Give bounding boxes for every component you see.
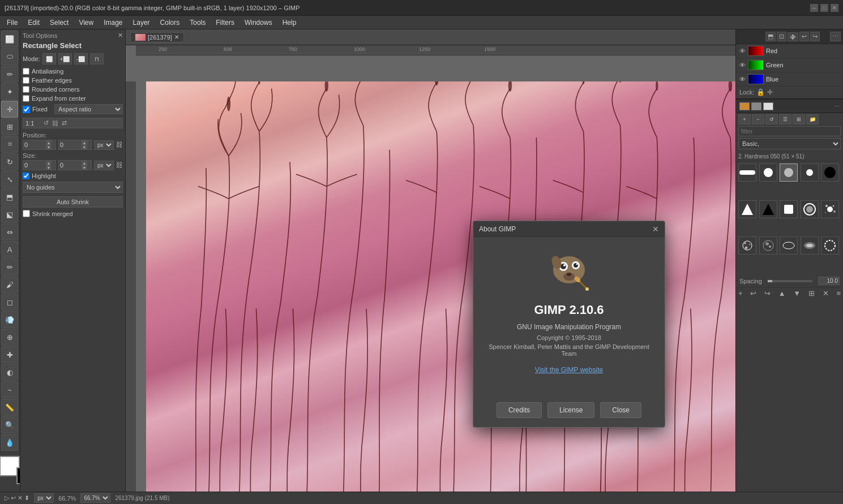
tool-paintbrush[interactable]: 🖌 xyxy=(1,276,18,293)
paths-panel-icon[interactable]: ⛖ xyxy=(788,32,798,41)
highlight-checkbox[interactable] xyxy=(23,173,29,179)
tool-airbrush[interactable]: 💨 xyxy=(1,311,18,328)
brush-item-12[interactable] xyxy=(759,236,777,255)
brush-view-grid-btn[interactable]: ⊞ xyxy=(793,114,805,124)
ratio-swap-icon[interactable]: ⇄ xyxy=(62,119,67,127)
lock-pixels-icon[interactable]: 🔒 xyxy=(756,88,765,96)
gimp-website-link[interactable]: Visit the GIMP website xyxy=(485,366,653,374)
ratio-reset-icon[interactable]: ↺ xyxy=(44,119,49,127)
spacing-bar[interactable] xyxy=(768,280,812,282)
menu-image[interactable]: Image xyxy=(99,18,127,28)
undo-icon[interactable]: ↩ xyxy=(799,32,809,41)
brush-add-btn[interactable]: + xyxy=(738,114,751,124)
position-unit-select[interactable]: px xyxy=(94,140,114,150)
auto-shrink-button[interactable]: Auto Shrink xyxy=(23,196,123,208)
layers-panel-icon[interactable]: ⬒ xyxy=(765,32,776,41)
brush-item-13[interactable] xyxy=(780,236,798,255)
fixed-select[interactable]: Aspect ratio xyxy=(54,104,123,114)
pos-y-input[interactable] xyxy=(59,141,82,149)
tool-measure[interactable]: 📏 xyxy=(1,399,18,416)
size-w-up[interactable]: ▲ xyxy=(46,161,52,165)
canvas-tab-item[interactable]: [261379] ✕ xyxy=(130,32,184,42)
close-window-button[interactable]: ✕ xyxy=(831,4,838,12)
brush-swatch-gray[interactable] xyxy=(751,102,761,110)
size-h-input[interactable] xyxy=(59,161,82,169)
pos-x-up[interactable]: ▲ xyxy=(46,140,52,145)
guides-select[interactable]: No guides xyxy=(23,182,123,193)
brushes-undo-icon[interactable]: ↩ xyxy=(750,289,756,298)
tool-move[interactable]: ✛ xyxy=(1,101,18,118)
tool-smudge[interactable]: ~ xyxy=(1,381,18,398)
brush-open-btn[interactable]: 📁 xyxy=(806,114,819,124)
status-icon-1[interactable]: ▷ xyxy=(5,494,9,501)
channel-eye-red[interactable]: 👁 xyxy=(739,48,746,54)
credits-button[interactable]: Credits xyxy=(497,402,542,418)
channel-eye-green[interactable]: 👁 xyxy=(739,62,746,68)
size-w-input[interactable] xyxy=(23,161,46,169)
spacing-value-input[interactable] xyxy=(818,277,840,285)
tool-shear[interactable]: ⬒ xyxy=(1,188,18,205)
brushes-panel-menu[interactable]: ⋯ xyxy=(834,103,840,109)
brush-item-2[interactable] xyxy=(759,163,777,182)
channel-row-green[interactable]: 👁 Green xyxy=(736,58,843,72)
brush-swatch-orange[interactable] xyxy=(739,102,750,110)
brushes-down-icon[interactable]: ▼ xyxy=(793,289,801,298)
size-chain-icon[interactable]: ⛓ xyxy=(116,161,123,169)
brush-item-6[interactable] xyxy=(738,200,756,218)
size-h-up[interactable]: ▲ xyxy=(82,161,87,165)
pos-y-up[interactable]: ▲ xyxy=(82,140,87,145)
channel-eye-blue[interactable]: 👁 xyxy=(739,76,746,83)
brush-refresh-btn[interactable]: ↺ xyxy=(765,114,778,124)
brush-item-4[interactable] xyxy=(801,163,819,182)
lock-position-icon[interactable]: ✛ xyxy=(767,88,773,96)
brush-item-8[interactable] xyxy=(780,200,798,218)
brush-item-5[interactable] xyxy=(821,163,839,182)
fixed-checkbox[interactable] xyxy=(23,106,30,113)
license-button[interactable]: License xyxy=(547,402,594,418)
brushes-delete-icon[interactable]: ✕ xyxy=(823,289,829,298)
tool-heal[interactable]: ✚ xyxy=(1,346,18,363)
tool-flip[interactable]: ⇔ xyxy=(1,223,18,240)
status-icon-2[interactable]: ↩ xyxy=(11,494,16,501)
unit-select-status[interactable]: px xyxy=(34,493,54,503)
brush-item-14[interactable] xyxy=(801,236,819,255)
mode-subtract[interactable]: -⬜ xyxy=(74,53,88,64)
brush-filter-input[interactable] xyxy=(738,126,841,136)
pos-x-down[interactable]: ▼ xyxy=(46,145,52,149)
menu-colors[interactable]: Colors xyxy=(156,18,185,28)
tool-align[interactable]: ⊞ xyxy=(1,118,18,135)
brushes-new-icon[interactable]: + xyxy=(738,289,743,298)
zoom-select[interactable]: 66.7% xyxy=(80,493,110,503)
tool-crop[interactable]: ⌗ xyxy=(1,136,18,153)
tool-color-picker[interactable]: 💧 xyxy=(1,434,18,451)
tool-zoom[interactable]: 🔍 xyxy=(1,416,18,433)
channel-row-blue[interactable]: 👁 Blue xyxy=(736,72,843,87)
shrink-merged-checkbox[interactable] xyxy=(23,210,30,217)
canvas-tab-close[interactable]: ✕ xyxy=(174,34,179,40)
panel-menu-icon[interactable]: ⋯ xyxy=(830,32,841,41)
brush-swatch-white[interactable] xyxy=(763,102,773,110)
dialog-close-icon[interactable]: ✕ xyxy=(652,225,659,234)
tool-free-select[interactable]: ✏ xyxy=(1,66,18,83)
brush-item-11[interactable] xyxy=(738,236,756,255)
redo-icon[interactable]: ↪ xyxy=(810,32,820,41)
close-dialog-button[interactable]: Close xyxy=(600,402,641,418)
menu-edit[interactable]: Edit xyxy=(23,18,44,28)
position-chain-icon[interactable]: ⛓ xyxy=(116,141,123,149)
menu-layer[interactable]: Layer xyxy=(129,18,155,28)
mode-add[interactable]: +⬜ xyxy=(58,53,72,64)
expand-from-center-checkbox[interactable] xyxy=(23,95,29,102)
tool-clone[interactable]: ⊕ xyxy=(1,329,18,346)
brushes-redo-icon[interactable]: ↪ xyxy=(764,289,771,298)
mode-replace[interactable]: ⬜ xyxy=(42,53,56,64)
brush-item-10[interactable] xyxy=(821,200,839,218)
pos-y-down[interactable]: ▼ xyxy=(82,145,87,149)
menu-select[interactable]: Select xyxy=(45,18,73,28)
tool-fuzzy-select[interactable]: ✦ xyxy=(1,83,18,100)
tool-eraser[interactable]: ◻ xyxy=(1,294,18,311)
menu-view[interactable]: View xyxy=(74,18,98,28)
channel-row-red[interactable]: 👁 Red xyxy=(736,44,843,58)
size-unit-select[interactable]: px xyxy=(94,161,114,170)
brush-item-9[interactable] xyxy=(801,200,819,218)
minimize-button[interactable]: ─ xyxy=(810,4,818,12)
